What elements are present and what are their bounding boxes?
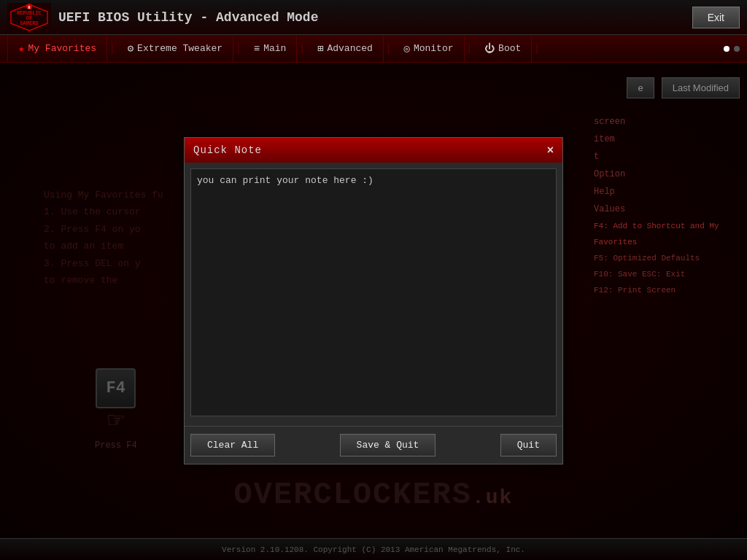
nav-separator-2: | (233, 42, 244, 55)
save-quit-button[interactable]: Save & Quit (340, 434, 436, 456)
star-icon: ★ (18, 42, 24, 55)
note-textarea[interactable] (190, 168, 557, 416)
dialog-titlebar: Quick Note × (185, 138, 562, 163)
footer: Version 2.10.1208. Copyright (C) 2013 Am… (0, 538, 747, 560)
clear-all-button[interactable]: Clear All (190, 434, 275, 456)
main-icon: ≡ (254, 43, 260, 55)
dialog-body (185, 163, 562, 426)
nav-my-favorites[interactable]: ★ My Favorites (7, 35, 107, 62)
main-content: OVERCLOCKERS.uk Using My Favorites fu 1.… (0, 63, 747, 538)
advanced-icon: ⊞ (317, 42, 323, 55)
nav-separator-5: | (465, 42, 475, 55)
dialog-title: Quick Note (193, 144, 262, 156)
navbar: ★ My Favorites | ⚙ Extreme Tweaker | ≡ M… (0, 35, 747, 63)
header: REPUBLIC OF GAMERS R UEFI BIOS Utility -… (0, 0, 747, 35)
rog-logo-icon: REPUBLIC OF GAMERS R (7, 3, 51, 32)
nav-label-advanced: Advanced (327, 43, 372, 54)
header-title: UEFI BIOS Utility - Advanced Mode (58, 10, 692, 25)
quit-button[interactable]: Quit (500, 434, 557, 456)
monitor-icon: ◎ (403, 42, 409, 55)
tweaker-icon: ⚙ (128, 42, 133, 55)
nav-separator-6: | (532, 42, 542, 55)
nav-boot[interactable]: ⏻ Boot (474, 35, 532, 62)
nav-separator-4: | (384, 42, 394, 55)
exit-button[interactable]: Exit (692, 7, 740, 28)
nav-separator-3: | (297, 42, 307, 55)
nav-main[interactable]: ≡ Main (244, 35, 298, 62)
nav-label-main: Main (263, 43, 286, 54)
nav-label-boot: Boot (498, 43, 521, 54)
nav-separator: | (107, 42, 117, 55)
nav-dot-1 (724, 46, 729, 52)
nav-advanced[interactable]: ⊞ Advanced (307, 35, 384, 62)
nav-extreme-tweaker[interactable]: ⚙ Extreme Tweaker (117, 35, 233, 62)
nav-dots (724, 46, 740, 52)
dialog-overlay: Quick Note × Clear All Save & Quit Quit (0, 63, 747, 538)
nav-label-monitor: Monitor (414, 43, 454, 54)
boot-icon: ⏻ (484, 43, 495, 55)
footer-text: Version 2.10.1208. Copyright (C) 2013 Am… (222, 545, 525, 554)
nav-monitor[interactable]: ◎ Monitor (393, 35, 464, 62)
dialog-close-button[interactable]: × (547, 144, 554, 157)
svg-text:GAMERS: GAMERS (20, 20, 38, 26)
logo-area: REPUBLIC OF GAMERS R (7, 3, 51, 32)
dialog-footer: Clear All Save & Quit Quit (185, 426, 562, 464)
quick-note-dialog: Quick Note × Clear All Save & Quit Quit (184, 137, 563, 464)
svg-text:R: R (28, 5, 30, 9)
nav-dot-2 (734, 46, 740, 52)
nav-label-favorites: My Favorites (28, 43, 96, 54)
nav-label-tweaker: Extreme Tweaker (137, 43, 222, 54)
